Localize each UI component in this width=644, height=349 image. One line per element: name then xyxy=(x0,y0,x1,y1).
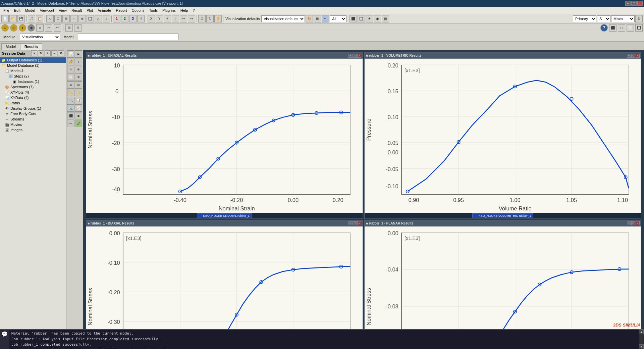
minimize-button[interactable]: − xyxy=(625,1,631,6)
num2-btn[interactable]: 2 xyxy=(121,15,128,22)
tree-movies[interactable]: 🎬 Movies xyxy=(0,122,66,127)
tree-output-databases[interactable]: 📁 Output Databases (1) xyxy=(0,57,66,63)
model3d-btn3[interactable]: ⬜ xyxy=(627,24,634,32)
s-select[interactable]: S xyxy=(597,15,610,22)
tool1[interactable]: ↖ xyxy=(46,15,54,22)
mises-select[interactable]: Mises xyxy=(611,15,635,22)
chart-uniaxial-close[interactable]: × xyxy=(357,54,361,58)
tree-paths[interactable]: 📐 Paths xyxy=(0,100,66,106)
ltb-wire-btn[interactable]: ⬜ xyxy=(67,73,74,81)
tree-spectrums[interactable]: 🎨 Spectrums (7) xyxy=(0,84,66,90)
model3d-btn4[interactable]: 🔲 xyxy=(635,24,643,32)
menu-report[interactable]: Report xyxy=(114,8,129,13)
save-button[interactable]: 💾 xyxy=(17,15,25,22)
new-button[interactable]: 📄 xyxy=(1,15,9,22)
module-select[interactable]: Visualization xyxy=(20,34,60,40)
chart-biaxial-max[interactable]: □ xyxy=(353,221,357,225)
num4-btn[interactable]: 4 xyxy=(137,15,145,22)
ltb-r5b-btn[interactable]: ⊞ xyxy=(75,81,82,89)
tree-free-body-cuts[interactable]: ✂ Free Body Cuts xyxy=(0,111,66,116)
grid-btn2[interactable]: ⊟ xyxy=(74,24,82,32)
axis2[interactable]: Y xyxy=(156,15,163,22)
session-settings[interactable]: ⚙ xyxy=(58,50,64,56)
result-options[interactable]: ⚙ xyxy=(635,15,643,22)
tree-model1[interactable]: 📋 Model-1 xyxy=(0,68,66,73)
light-btn[interactable]: ◉ xyxy=(28,24,35,32)
model-input[interactable] xyxy=(78,34,178,40)
close-button[interactable]: × xyxy=(637,1,643,6)
ltb-r7a-btn[interactable]: 🔍 xyxy=(67,97,74,104)
ltb-r7b-btn[interactable]: 📊 xyxy=(75,97,82,104)
ltb-result-btn[interactable]: 📊 xyxy=(67,50,74,58)
redo2-btn[interactable]: ↪ xyxy=(54,24,61,32)
chart-uniaxial-max[interactable]: □ xyxy=(353,54,357,58)
chart-volumetric-min[interactable]: − xyxy=(627,54,631,58)
session-expand[interactable]: + xyxy=(45,50,51,56)
pan-btn[interactable]: ✋ xyxy=(214,15,222,22)
num3-btn[interactable]: 3 xyxy=(129,15,137,22)
scroll-track[interactable] xyxy=(640,335,643,344)
symbol-btn[interactable]: ★ xyxy=(366,15,373,22)
undo2-btn[interactable]: ↩ xyxy=(45,24,52,32)
ltb-hide-btn[interactable]: 👁 xyxy=(75,73,82,81)
menu-view[interactable]: View xyxy=(57,8,69,13)
tree-steps[interactable]: 🔢 Steps (2) xyxy=(0,73,66,79)
zoom2[interactable]: ○ xyxy=(172,15,179,22)
redo-btn[interactable]: ↪ xyxy=(188,15,195,22)
menu-model[interactable]: Model xyxy=(23,8,37,13)
num1-btn[interactable]: 1 xyxy=(113,15,120,22)
menu-options[interactable]: Options xyxy=(129,8,146,13)
field-btn[interactable]: 🔲 xyxy=(358,15,365,22)
ortho-btn[interactable]: ◎ xyxy=(10,24,17,32)
menu-help[interactable]: Help xyxy=(178,8,190,13)
ltb-anim-btn[interactable]: ▶ xyxy=(75,50,82,58)
display-btn[interactable]: ⊞ xyxy=(314,15,321,22)
viz-defaults-select[interactable]: Visualization defaults xyxy=(261,15,305,22)
ltb-r8b-btn[interactable]: 📈 xyxy=(75,104,82,112)
print-button[interactable]: 🖨 xyxy=(28,15,35,22)
tree-xydata[interactable]: 📊 XYData (4) xyxy=(0,95,66,100)
maximize-button[interactable]: □ xyxy=(631,1,637,6)
tree-instances[interactable]: ▣ Instances (1) xyxy=(0,79,66,84)
tab-results[interactable]: Results xyxy=(20,43,42,50)
color-btn[interactable]: 🎨 xyxy=(306,15,313,22)
status-icon[interactable]: 💬 xyxy=(0,330,9,349)
ltb-r5a-btn[interactable]: ◈ xyxy=(67,81,74,89)
scroll-up-button[interactable]: ▲ xyxy=(639,330,644,334)
menu-plugins[interactable]: Plug-ins xyxy=(160,8,178,13)
rotate-btn[interactable]: ↻ xyxy=(206,15,214,22)
tool6[interactable]: 🔲 xyxy=(87,15,94,22)
model3d-btn1[interactable]: ⬛ xyxy=(609,24,616,32)
menu-file[interactable]: File xyxy=(1,8,11,13)
chart-volumetric-max[interactable]: □ xyxy=(631,54,635,58)
tree-streams[interactable]: 〰 Streams xyxy=(0,116,66,122)
chart-biaxial-close[interactable]: × xyxy=(357,221,361,225)
chart-planar-max[interactable]: □ xyxy=(631,221,635,225)
session-refresh[interactable]: ↻ xyxy=(38,50,44,56)
ltb-r6b-btn[interactable]: 📏 xyxy=(75,89,82,96)
cursor-btn[interactable]: ↖ xyxy=(322,15,329,22)
help-btn[interactable]: ? xyxy=(600,24,608,32)
ltb-r10a-btn[interactable]: ✏ xyxy=(67,120,74,127)
scroll-down-button[interactable]: ▼ xyxy=(639,344,644,349)
chart-planar-min[interactable]: − xyxy=(627,221,631,225)
tree-display-groups[interactable]: 👁 Display Groups (1) xyxy=(0,106,66,111)
primary-select[interactable]: Primary xyxy=(573,15,596,22)
chart-uniaxial-min[interactable]: − xyxy=(348,54,353,58)
tab-model[interactable]: Model xyxy=(1,43,20,50)
orient-btn[interactable]: ⊕ xyxy=(36,24,44,32)
axis1[interactable]: X xyxy=(148,15,155,22)
tool3[interactable]: ⊞ xyxy=(62,15,70,22)
tree-model-database[interactable]: 📁 Model Database (1) xyxy=(0,63,66,68)
copy-button[interactable]: 📋 xyxy=(36,15,43,22)
tool8[interactable]: ▷ xyxy=(103,15,110,22)
tree-xyplots[interactable]: 📈 XYPlots (4) xyxy=(0,90,66,95)
shading-btn[interactable]: ● xyxy=(19,24,26,32)
ltb-r10b-btn[interactable]: 🖊 xyxy=(75,120,82,127)
ltb-sym-btn[interactable]: ↕ xyxy=(75,58,82,65)
menu-animate[interactable]: Animate xyxy=(96,8,113,13)
tool5[interactable]: ⊕ xyxy=(78,15,86,22)
menu-viewport[interactable]: Viewport xyxy=(38,8,56,13)
mat-btn[interactable]: ◉ xyxy=(374,15,381,22)
chart-biaxial-min[interactable]: − xyxy=(348,221,353,225)
